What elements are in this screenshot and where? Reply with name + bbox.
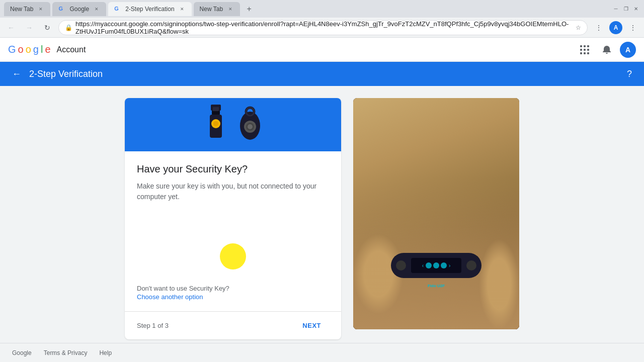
svg-point-20 xyxy=(248,124,253,129)
tab-new-tab-2[interactable]: New Tab ✕ xyxy=(194,2,240,16)
video-background: ‹ › Fido U2F xyxy=(353,98,519,329)
ledger-device: ‹ › xyxy=(391,253,481,278)
card-spacer xyxy=(125,214,341,285)
usb-key-icon xyxy=(203,105,229,145)
tab-close-1[interactable]: ✕ xyxy=(37,6,44,13)
svg-rect-4 xyxy=(584,49,586,51)
tab-title: New Tab xyxy=(200,6,223,13)
notifications-icon[interactable] xyxy=(598,41,616,59)
card-subtitle: Make sure your key is with you, but not … xyxy=(137,181,329,202)
svg-rect-6 xyxy=(580,52,582,54)
logo-letter-o1: o xyxy=(18,44,24,55)
card-body: Have your Security Key? Make sure your k… xyxy=(125,151,341,214)
google-favicon-active: G xyxy=(114,6,121,13)
ledger-left-button xyxy=(396,260,406,270)
fido-label: Fido U2F xyxy=(391,280,481,289)
choose-another-option-link[interactable]: Choose another option xyxy=(137,293,203,301)
svg-rect-0 xyxy=(580,45,582,47)
browser-titlebar: New Tab ✕ G Google ✕ G 2-Step Verificati… xyxy=(0,0,644,18)
svg-rect-3 xyxy=(580,49,582,51)
svg-point-13 xyxy=(213,121,218,126)
logo-letter-o2: o xyxy=(26,44,31,55)
address-text: https://myaccount.google.com/signinoptio… xyxy=(75,20,573,35)
svg-rect-7 xyxy=(584,52,586,54)
tab-title: 2-Step Verification xyxy=(125,6,174,13)
page-footer: Google Terms & Privacy Help xyxy=(0,343,644,362)
svg-rect-5 xyxy=(587,49,589,51)
back-arrow-icon[interactable]: ← xyxy=(12,69,21,79)
app-icon-1 xyxy=(426,262,432,268)
reload-button[interactable]: ↻ xyxy=(40,21,54,35)
card-title: Have your Security Key? xyxy=(137,163,329,175)
card-footer-alt: Don't want to use Security Key? Choose a… xyxy=(125,285,341,311)
svg-rect-14 xyxy=(213,107,219,111)
tab-close-2[interactable]: ✕ xyxy=(93,6,100,13)
tab-title: Google xyxy=(69,6,89,13)
banner-title: 2-Step Verification xyxy=(29,69,619,79)
account-icon-toolbar[interactable]: A xyxy=(609,21,623,35)
tab-new-tab-1[interactable]: New Tab ✕ xyxy=(4,2,50,16)
tab-google[interactable]: G Google ✕ xyxy=(52,2,106,16)
close-button[interactable]: ✕ xyxy=(632,5,640,13)
browser-toolbar: ← → ↻ 🔒 https://myaccount.google.com/sig… xyxy=(0,18,644,38)
logo-letter-g2: g xyxy=(33,44,39,55)
video-thumbnail: ‹ › Fido U2F xyxy=(353,98,519,329)
dont-want-text: Don't want to use Security Key? xyxy=(137,285,329,292)
tab-close-4[interactable]: ✕ xyxy=(227,6,234,13)
main-content: Have your Security Key? Make sure your k… xyxy=(0,86,644,343)
bookmark-icon[interactable]: ☆ xyxy=(576,24,581,31)
logo-letter-e: e xyxy=(45,44,50,55)
minimize-button[interactable]: ─ xyxy=(612,5,620,13)
keyfob-icon xyxy=(237,105,263,145)
tab-2step[interactable]: G 2-Step Verification ✕ xyxy=(108,2,191,16)
user-avatar-header[interactable]: A xyxy=(620,42,636,58)
app-icons xyxy=(426,262,447,268)
lock-icon: 🔒 xyxy=(65,24,72,31)
window-controls: ─ ❐ ✕ xyxy=(612,5,640,13)
ledger-screen: ‹ › xyxy=(411,258,461,273)
forward-button[interactable]: → xyxy=(22,21,36,35)
ledger-device-container: ‹ › Fido U2F xyxy=(391,253,481,289)
google-header: Google Account A xyxy=(0,38,644,62)
logo-letter-l: l xyxy=(41,44,43,55)
nav-arrow-right: › xyxy=(449,263,450,268)
card-actions: Step 1 of 3 NEXT xyxy=(125,311,341,339)
tab-close-3[interactable]: ✕ xyxy=(179,6,186,13)
ledger-right-button xyxy=(466,260,476,270)
apps-icon[interactable] xyxy=(576,41,594,59)
settings-icon[interactable]: ⋮ xyxy=(626,21,640,35)
new-tab-button[interactable]: + xyxy=(242,2,256,16)
next-button[interactable]: NEXT xyxy=(294,318,329,333)
cursor-indicator xyxy=(220,243,246,269)
security-key-card: Have your Security Key? Make sure your k… xyxy=(125,98,341,339)
extensions-icon[interactable]: ⋮ xyxy=(592,21,606,35)
blue-banner: ← 2-Step Verification ? xyxy=(0,62,644,86)
svg-rect-1 xyxy=(584,45,586,47)
footer-link-google[interactable]: Google xyxy=(12,349,32,356)
nav-arrow-left: ‹ xyxy=(422,263,424,268)
logo-letter-G: G xyxy=(8,44,16,55)
svg-rect-2 xyxy=(587,45,589,47)
svg-rect-10 xyxy=(212,111,220,115)
footer-link-terms[interactable]: Terms & Privacy xyxy=(44,349,88,356)
help-icon[interactable]: ? xyxy=(627,69,632,79)
profile-avatar-toolbar[interactable]: A xyxy=(609,21,622,34)
account-label: Account xyxy=(57,45,86,54)
address-bar[interactable]: 🔒 https://myaccount.google.com/signinopt… xyxy=(58,20,588,35)
thumb-right xyxy=(479,239,519,329)
google-logo: Google xyxy=(8,44,51,55)
step-indicator: Step 1 of 3 xyxy=(137,322,169,329)
footer-link-help[interactable]: Help xyxy=(99,349,112,356)
app-icon-2 xyxy=(433,262,439,268)
app-icon-3 xyxy=(441,262,447,268)
restore-button[interactable]: ❐ xyxy=(622,5,630,13)
tab-title: New Tab xyxy=(10,6,33,13)
back-button[interactable]: ← xyxy=(4,21,18,35)
svg-rect-8 xyxy=(587,52,589,54)
toolbar-icons: ⋮ A ⋮ xyxy=(592,21,640,35)
google-favicon: G xyxy=(58,6,65,13)
card-image-area xyxy=(125,98,341,151)
